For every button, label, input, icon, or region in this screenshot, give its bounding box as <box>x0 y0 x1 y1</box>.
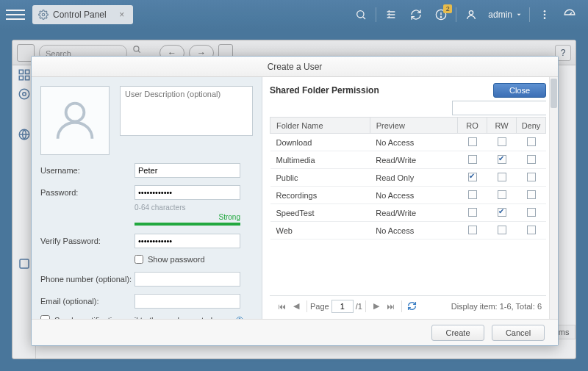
password-strength-label: Strong <box>135 213 240 221</box>
ro-checkbox[interactable] <box>468 190 477 199</box>
cancel-button[interactable]: Cancel <box>492 325 545 341</box>
table-row: MultimediaRead/Write <box>270 151 546 169</box>
password-input[interactable] <box>135 185 240 200</box>
user-form-panel: Username: Password: 0-64 characters Stro… <box>32 77 262 319</box>
dialog-title: Create a User <box>32 57 558 77</box>
rw-checkbox[interactable] <box>498 137 506 146</box>
avatar-placeholder[interactable] <box>40 86 110 155</box>
folder-name-cell: Download <box>270 134 370 151</box>
col-ro[interactable]: RO <box>458 118 487 134</box>
scrollbar[interactable] <box>549 77 558 319</box>
svg-point-21 <box>66 104 85 122</box>
deny-checkbox[interactable] <box>527 190 536 199</box>
close-button[interactable]: Close <box>493 83 546 98</box>
username-input[interactable] <box>135 163 240 178</box>
folder-name-cell: Public <box>270 169 370 187</box>
preview-cell: No Access <box>370 187 457 204</box>
permissions-table: Folder Name Preview RO RW Deny DownloadN… <box>270 117 546 239</box>
folder-name-cell: Web <box>270 222 370 239</box>
preview-cell: Read Only <box>370 169 457 187</box>
preview-cell: Read/Write <box>370 151 457 169</box>
table-row: WebNo Access <box>270 222 546 239</box>
table-row: PublicRead Only <box>270 169 546 187</box>
rw-checkbox[interactable] <box>498 208 506 217</box>
pager-total: /1 <box>356 302 362 311</box>
ro-checkbox[interactable] <box>468 155 477 164</box>
folder-name-cell: Recordings <box>270 187 370 204</box>
rw-checkbox[interactable] <box>498 226 506 234</box>
deny-checkbox[interactable] <box>527 208 536 217</box>
ro-checkbox[interactable] <box>468 226 477 234</box>
password-hint: 0-64 characters <box>135 203 253 212</box>
email-label: Email (optional): <box>40 297 135 306</box>
show-password-checkbox[interactable] <box>135 255 143 264</box>
pager-refresh-icon[interactable] <box>406 300 419 313</box>
deny-checkbox[interactable] <box>527 173 536 181</box>
password-label: Password: <box>40 188 135 197</box>
phone-input[interactable] <box>135 272 240 287</box>
preview-cell: No Access <box>370 222 457 239</box>
col-deny[interactable]: Deny <box>517 118 546 134</box>
col-preview[interactable]: Preview <box>370 118 457 134</box>
ro-checkbox[interactable] <box>468 137 477 146</box>
preview-cell: Read/Write <box>370 204 457 222</box>
table-row: SpeedTestRead/Write <box>270 204 546 222</box>
col-folder-name[interactable]: Folder Name <box>270 118 370 134</box>
col-rw[interactable]: RW <box>487 118 517 134</box>
pager-next-icon[interactable]: ▶ <box>370 300 383 313</box>
permissions-heading: Shared Folder Permission <box>270 85 379 96</box>
dialog-footer: Create Cancel <box>32 319 558 345</box>
pager-summary: Display item: 1-6, Total: 6 <box>451 302 542 311</box>
pager-first-icon[interactable]: ⏮ <box>275 300 288 313</box>
deny-checkbox[interactable] <box>527 155 536 164</box>
person-icon <box>51 96 99 145</box>
permissions-filter-input[interactable] <box>453 101 558 115</box>
description-input[interactable] <box>120 86 253 136</box>
ro-checkbox[interactable] <box>468 173 477 181</box>
ro-checkbox[interactable] <box>468 208 477 217</box>
rw-checkbox[interactable] <box>498 173 506 181</box>
verify-password-input[interactable] <box>135 234 240 248</box>
table-row: DownloadNo Access <box>270 134 546 151</box>
folder-name-cell: Multimedia <box>270 151 370 169</box>
verify-password-label: Verify Password: <box>40 237 135 245</box>
pager-page-input[interactable] <box>331 300 354 313</box>
folder-name-cell: SpeedTest <box>270 204 370 222</box>
permissions-panel-wrap: Shared Folder Permission Close Folder Na… <box>262 77 558 319</box>
username-label: Username: <box>40 166 135 175</box>
pager-last-icon[interactable]: ⏭ <box>384 300 398 313</box>
create-button[interactable]: Create <box>431 325 484 341</box>
pager-prev-icon[interactable]: ◀ <box>290 300 303 313</box>
password-strength-bar <box>135 223 240 226</box>
email-input[interactable] <box>135 294 240 309</box>
phone-label: Phone number (optional): <box>40 275 135 284</box>
permissions-pager: ⏮ ◀ Page /1 ▶ ⏭ Display item: 1-6, Total… <box>270 295 546 316</box>
show-password-label: Show password <box>148 255 205 264</box>
rw-checkbox[interactable] <box>498 155 506 164</box>
table-row: RecordingsNo Access <box>270 187 546 204</box>
permissions-panel: Shared Folder Permission Close Folder Na… <box>262 77 549 319</box>
rw-checkbox[interactable] <box>498 190 506 199</box>
preview-cell: No Access <box>370 134 457 151</box>
deny-checkbox[interactable] <box>527 226 536 234</box>
create-user-dialog: Create a User Username: Password: 0-64 c… <box>31 56 559 346</box>
permissions-filter <box>452 101 546 115</box>
pager-page-label: Page <box>310 302 329 311</box>
deny-checkbox[interactable] <box>527 137 536 146</box>
